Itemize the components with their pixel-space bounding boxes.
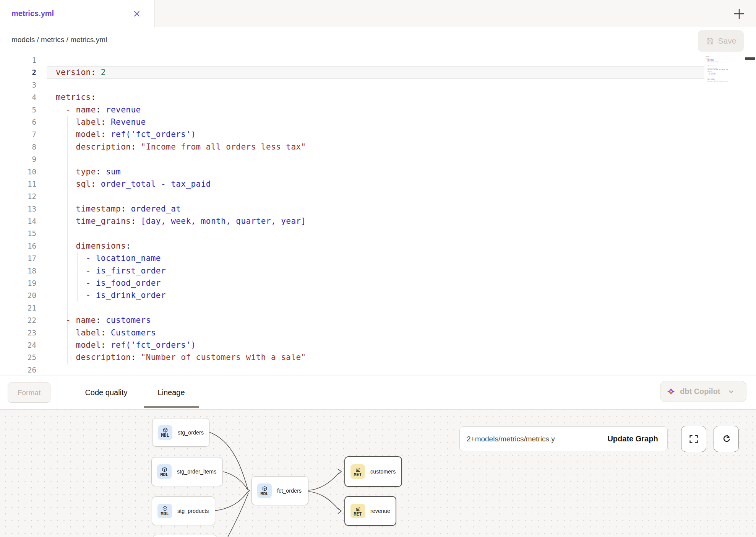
lineage-node-stg_order_items[interactable]: MDLstg_order_items <box>151 457 223 486</box>
code-token: 2 <box>710 56 710 57</box>
code-token: sum <box>106 167 121 176</box>
code-token <box>56 266 86 275</box>
breadcrumb-row: models / metrics / metrics.yml Save <box>0 27 756 54</box>
lineage-node-partial-node[interactable] <box>153 535 217 537</box>
lineage-node-revenue[interactable]: METrevenue <box>344 496 396 526</box>
tabbar-divider <box>723 0 723 27</box>
node-label: stg_products <box>177 508 209 514</box>
code-token: revenue <box>710 59 713 60</box>
code-line-text: timestamp: ordered_at <box>56 203 181 215</box>
code-token <box>56 105 66 114</box>
code-token: "Number of customers with a sale" <box>714 81 728 81</box>
code-token: metrics <box>56 93 91 102</box>
new-tab-button[interactable] <box>731 5 748 22</box>
code-token: timestamp <box>76 204 121 213</box>
panel-divider <box>57 376 57 409</box>
format-button[interactable]: Format <box>8 382 50 403</box>
code-token <box>56 241 76 251</box>
code-token: - is_first_order <box>708 73 715 74</box>
line-number: 18 <box>0 265 36 277</box>
minimap[interactable]: version: 2metrics: - name: revenue label… <box>706 55 728 83</box>
code-line: 7 model: ref('fct_orders') <box>0 128 756 140</box>
code-token: description <box>76 353 131 362</box>
code-token: time_grains <box>707 69 712 70</box>
code-token: : <box>91 93 96 102</box>
code-line-text: dimensions: <box>56 240 131 252</box>
code-line-text: - name: customers <box>56 314 151 326</box>
line-number: 20 <box>0 289 36 301</box>
code-token <box>56 316 66 325</box>
minimap-line: description: "Number of customers with a… <box>706 81 728 82</box>
code-token: "Number of customers with a sale" <box>141 353 306 362</box>
badge-label: MET <box>354 473 362 477</box>
save-button[interactable]: Save <box>698 30 744 52</box>
minimap-line: description: "Income from all orders les… <box>706 62 728 63</box>
code-token: version <box>56 68 91 77</box>
close-icon[interactable] <box>132 9 141 18</box>
code-token: : <box>131 142 136 151</box>
code-token: name <box>76 316 96 325</box>
badge-label: MDL <box>161 433 169 438</box>
code-token <box>96 68 101 77</box>
line-number: 25 <box>0 351 36 363</box>
minimap-line: time_grains: [day, week, month, quarter,… <box>706 69 728 70</box>
code-token: ref('fct_orders') <box>111 340 196 350</box>
lineage-node-stg_orders[interactable]: MDLstg_orders <box>152 418 209 447</box>
lineage-node-customers[interactable]: METcustomers <box>344 456 402 487</box>
save-label: Save <box>718 36 737 46</box>
tab-code-quality[interactable]: Code quality <box>79 376 133 409</box>
code-token: Revenue <box>111 117 146 127</box>
line-number: 7 <box>0 128 36 140</box>
code-line: 1 <box>0 54 756 66</box>
refresh-button[interactable] <box>714 426 739 452</box>
code-line-text: - location_name <box>56 252 161 264</box>
line-number: 17 <box>0 252 36 264</box>
code-token <box>56 254 86 263</box>
dbt-copilot-button[interactable]: dbt Copilot <box>660 381 746 402</box>
copilot-label: dbt Copilot <box>680 387 720 396</box>
code-editor[interactable]: 12version: 234metrics:5 - name: revenue6… <box>0 54 756 376</box>
code-token <box>56 353 76 362</box>
lineage-canvas[interactable]: MDLstg_ordersMDLstg_order_itemsMDLstg_pr… <box>0 410 756 537</box>
node-label: stg_order_items <box>177 469 216 475</box>
tab-lineage[interactable]: Lineage <box>154 376 188 409</box>
line-number: 21 <box>0 302 36 314</box>
lineage-node-stg_products[interactable]: MDLstg_products <box>152 496 215 525</box>
code-token <box>106 328 111 337</box>
code-token: : <box>131 216 136 226</box>
code-token: - is_food_order <box>708 74 715 75</box>
model-badge: MDL <box>157 464 172 479</box>
code-token: : <box>709 58 709 59</box>
update-graph-button[interactable]: Update Graph <box>598 427 667 451</box>
code-line-text: - is_drink_order <box>56 289 166 301</box>
code-token: : <box>712 71 712 72</box>
code-token <box>106 130 111 139</box>
code-token: model <box>76 130 101 139</box>
code-token: - is_drink_order <box>86 291 166 300</box>
code-token <box>56 167 76 176</box>
model-cube-icon <box>162 427 168 433</box>
metric-chart-icon <box>355 467 361 472</box>
lineage-filter-input[interactable] <box>460 427 598 451</box>
code-token <box>136 216 141 226</box>
fullscreen-button[interactable] <box>681 426 706 452</box>
code-token <box>56 179 76 189</box>
code-token <box>56 291 86 300</box>
code-token: : <box>91 68 96 77</box>
code-lines: 12version: 234metrics:5 - name: revenue6… <box>0 54 756 376</box>
badge-label: MET <box>354 512 362 516</box>
code-token <box>101 167 106 176</box>
code-token: : <box>131 353 136 362</box>
tab-lineage-label: Lineage <box>157 388 185 397</box>
code-line-text: sql: order_total - tax_paid <box>56 178 211 190</box>
model-cube-icon <box>162 467 167 472</box>
code-token: sum <box>710 65 712 65</box>
lineage-node-fct_orders[interactable]: MDLfct_orders <box>251 476 308 505</box>
code-line-text: version: 2 <box>56 66 106 78</box>
code-line: 18 - is_first_order <box>0 265 756 277</box>
tab-metrics-yml[interactable]: metrics.yml <box>0 0 155 28</box>
code-token <box>106 340 111 350</box>
code-token: dimensions <box>707 71 712 72</box>
code-line: 9 <box>0 153 756 165</box>
badge-label: MDL <box>261 492 269 496</box>
